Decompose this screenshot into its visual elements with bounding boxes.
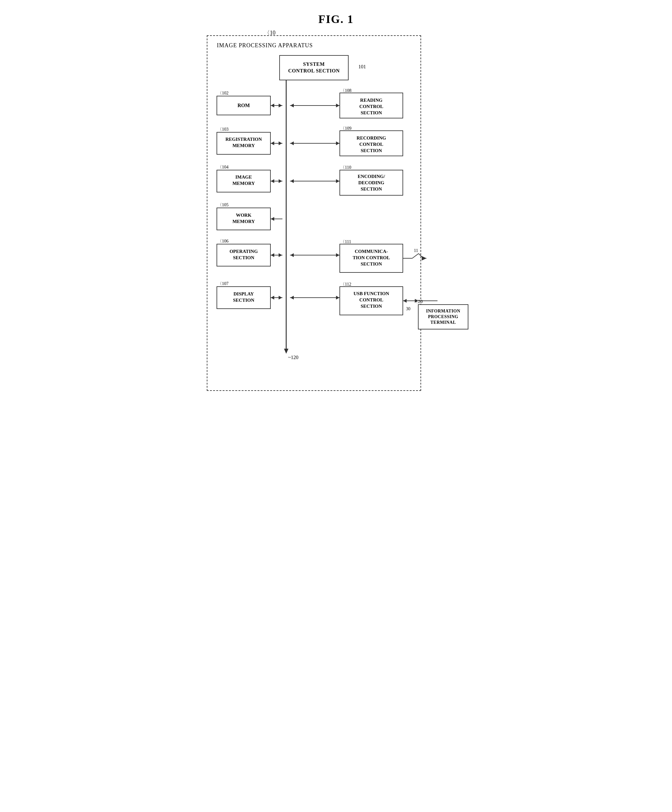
svg-line-70: [412, 254, 419, 258]
svg-marker-8: [271, 104, 274, 107]
svg-text:WORK: WORK: [236, 213, 251, 218]
svg-marker-12: [336, 104, 339, 107]
svg-marker-41: [290, 179, 294, 183]
svg-text:SECTION: SECTION: [233, 298, 254, 303]
svg-marker-63: [336, 253, 339, 257]
svg-text:CONTROL: CONTROL: [359, 297, 383, 302]
svg-marker-81: [279, 296, 282, 300]
svg-text:〈111: 〈111: [340, 239, 351, 244]
svg-marker-83: [290, 296, 294, 300]
system-control-num: 101: [358, 64, 366, 70]
apparatus-box: 〈10 IMAGE PROCESSING APPARATUS SYSTEM CO…: [207, 35, 421, 391]
svg-text:〈108: 〈108: [340, 88, 351, 93]
svg-marker-11: [290, 104, 294, 107]
svg-text:SECTION: SECTION: [361, 261, 382, 266]
svg-marker-84: [336, 296, 339, 300]
system-control-row: SYSTEM CONTROL SECTION 101: [214, 55, 414, 80]
svg-text:DECODING: DECODING: [358, 180, 385, 185]
svg-text:〈103: 〈103: [217, 127, 229, 131]
main-diagram: ROM 〈102 READING CONTROL SECTION 〈108 RE…: [217, 90, 419, 373]
svg-marker-60: [279, 253, 282, 257]
svg-marker-80: [271, 296, 274, 300]
svg-text:11: 11: [414, 248, 418, 253]
svg-text:30: 30: [406, 307, 410, 311]
svg-text:〈109: 〈109: [340, 126, 351, 131]
svg-marker-1: [284, 349, 288, 354]
svg-text:RECORDING: RECORDING: [356, 135, 386, 140]
svg-text:SECTION: SECTION: [233, 255, 254, 260]
info-terminal-num: 〈20: [413, 299, 423, 305]
svg-text:ROM: ROM: [237, 103, 250, 108]
svg-marker-23: [271, 142, 274, 145]
svg-marker-26: [290, 142, 294, 145]
svg-marker-59: [271, 253, 274, 257]
svg-text:COMMUNICA-: COMMUNICA-: [355, 249, 388, 254]
svg-text:〈107: 〈107: [217, 281, 229, 286]
svg-text:〈110: 〈110: [340, 165, 351, 170]
apparatus-label: IMAGE PROCESSING APPARATUS: [217, 42, 414, 49]
svg-text:IMAGE: IMAGE: [236, 174, 252, 179]
system-control-box: SYSTEM CONTROL SECTION: [279, 55, 349, 80]
svg-text:~120: ~120: [288, 355, 299, 360]
svg-marker-9: [279, 104, 282, 107]
svg-text:〈102: 〈102: [217, 91, 229, 96]
svg-marker-91: [403, 299, 407, 303]
info-terminal-area: 〈20 INFORMATION PROCESSING TERMINAL: [418, 304, 469, 329]
svg-text:MEMORY: MEMORY: [232, 143, 255, 148]
info-terminal-box: INFORMATION PROCESSING TERMINAL: [418, 304, 469, 329]
svg-text:〈104: 〈104: [217, 165, 229, 169]
svg-text:〈112: 〈112: [340, 282, 351, 287]
svg-marker-38: [271, 179, 274, 183]
svg-text:MEMORY: MEMORY: [232, 219, 255, 224]
svg-marker-53: [271, 217, 274, 221]
svg-text:OPERATING: OPERATING: [229, 249, 258, 254]
svg-text:CONTROL: CONTROL: [359, 104, 383, 109]
svg-text:DISPLAY: DISPLAY: [234, 291, 254, 297]
svg-text:〈106: 〈106: [217, 239, 229, 244]
svg-text:USB FUNCTION: USB FUNCTION: [354, 291, 389, 296]
svg-text:SECTION: SECTION: [361, 304, 382, 309]
svg-text:ENCODING/: ENCODING/: [358, 174, 385, 179]
svg-text:SECTION: SECTION: [361, 148, 382, 153]
svg-marker-24: [279, 142, 282, 145]
page-title: FIG. 1: [318, 13, 354, 26]
svg-text:READING: READING: [360, 98, 383, 103]
svg-text:SECTION: SECTION: [361, 110, 382, 115]
svg-text:SECTION: SECTION: [361, 186, 382, 191]
svg-marker-42: [336, 179, 339, 183]
svg-marker-39: [279, 179, 282, 183]
svg-text:CONTROL: CONTROL: [359, 142, 383, 147]
svg-text:REGISTRATION: REGISTRATION: [226, 137, 262, 142]
svg-text:MEMORY: MEMORY: [232, 181, 255, 186]
svg-text:〈105: 〈105: [217, 203, 229, 207]
svg-marker-62: [290, 253, 294, 257]
svg-text:TION CONTROL: TION CONTROL: [353, 255, 390, 260]
apparatus-number: 〈10: [264, 29, 275, 36]
svg-marker-27: [336, 142, 339, 145]
